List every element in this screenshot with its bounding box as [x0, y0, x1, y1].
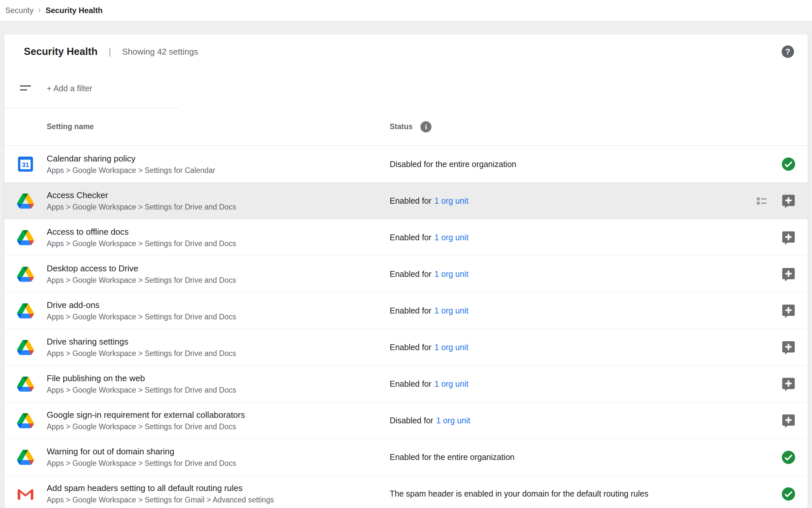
- setting-path: Apps > Google Workspace > Settings for D…: [47, 349, 390, 358]
- recommendation-badge-icon[interactable]: [781, 267, 796, 282]
- org-unit-link[interactable]: 1 org unit: [434, 306, 468, 315]
- status-text: Enabled for: [390, 233, 431, 242]
- setting-path: Apps > Google Workspace > Settings for D…: [47, 422, 390, 431]
- drive-icon: [17, 194, 34, 209]
- add-filter-button[interactable]: + Add a filter: [47, 84, 92, 93]
- setting-path: Apps > Google Workspace > Settings for D…: [47, 312, 390, 321]
- drive-icon: [17, 303, 34, 319]
- setting-name: Access to offline docs: [47, 227, 390, 237]
- breadcrumb: Security › Security Health: [5, 6, 103, 15]
- setting-path: Apps > Google Workspace > Settings for C…: [47, 166, 390, 175]
- recommendation-badge-icon[interactable]: [781, 230, 796, 245]
- setting-name: Google sign-in requirement for external …: [47, 410, 390, 420]
- svg-text:31: 31: [22, 161, 29, 168]
- status-text: Enabled for: [390, 269, 431, 279]
- table-row[interactable]: 31 Calendar sharing policy Apps > Google…: [4, 146, 808, 182]
- help-icon[interactable]: ?: [782, 45, 794, 58]
- setting-path: Apps > Google Workspace > Settings for D…: [47, 239, 390, 248]
- column-header-setting-name: Setting name: [47, 122, 390, 131]
- help-glyph: ?: [785, 47, 790, 56]
- filter-icon: [20, 84, 32, 92]
- status-text: The spam header is enabled in your domai…: [390, 489, 649, 499]
- setting-path: Apps > Google Workspace > Settings for D…: [47, 386, 390, 394]
- drive-icon: [17, 340, 34, 355]
- column-header-status: Status i: [390, 121, 808, 132]
- drive-icon: [17, 377, 34, 392]
- status-ok-icon: [781, 157, 796, 172]
- org-unit-link[interactable]: 1 org unit: [434, 379, 468, 389]
- settings-count: Showing 42 settings: [122, 47, 198, 57]
- setting-path: Apps > Google Workspace > Settings for G…: [47, 496, 390, 504]
- setting-path: Apps > Google Workspace > Settings for D…: [47, 203, 390, 212]
- table-row[interactable]: Drive sharing settings Apps > Google Wor…: [4, 329, 808, 366]
- table-row[interactable]: File publishing on the web Apps > Google…: [4, 366, 808, 402]
- setting-path: Apps > Google Workspace > Settings for D…: [47, 459, 390, 468]
- breadcrumb-security-link[interactable]: Security: [5, 6, 34, 15]
- view-details-icon[interactable]: [756, 197, 767, 205]
- table-row[interactable]: Drive add-ons Apps > Google Workspace > …: [4, 292, 808, 329]
- filter-bar: + Add a filter: [4, 69, 808, 108]
- setting-name: Calendar sharing policy: [47, 154, 390, 164]
- drive-icon: [17, 267, 34, 282]
- status-text: Enabled for: [390, 379, 431, 389]
- info-glyph: i: [425, 123, 427, 131]
- status-text: Disabled for: [390, 416, 433, 425]
- settings-table-body: 31 Calendar sharing policy Apps > Google…: [4, 146, 808, 508]
- info-icon[interactable]: i: [420, 121, 431, 132]
- org-unit-link[interactable]: 1 org unit: [434, 233, 468, 242]
- status-text: Enabled for: [390, 196, 431, 206]
- drive-icon: [17, 230, 34, 245]
- calendar-icon: 31: [17, 156, 34, 172]
- status-ok-icon: [781, 450, 796, 465]
- table-row[interactable]: Warning for out of domain sharing Apps >…: [4, 439, 808, 475]
- status-text: Disabled for the entire organization: [390, 160, 516, 169]
- status-column-label: Status: [390, 122, 413, 131]
- table-row[interactable]: Google sign-in requirement for external …: [4, 402, 808, 439]
- page-title: Security Health: [24, 46, 98, 57]
- setting-name: Drive sharing settings: [47, 337, 390, 347]
- table-header: Setting name Status i: [4, 108, 808, 146]
- title-separator: |: [109, 46, 111, 57]
- setting-name: File publishing on the web: [47, 373, 390, 383]
- recommendation-badge-icon[interactable]: [781, 303, 796, 319]
- recommendation-badge-icon[interactable]: [781, 194, 796, 209]
- org-unit-link[interactable]: 1 org unit: [436, 416, 470, 425]
- setting-name: Add spam headers setting to all default …: [47, 483, 390, 493]
- chevron-right-icon: ›: [38, 6, 41, 14]
- org-unit-link[interactable]: 1 org unit: [434, 196, 468, 206]
- recommendation-badge-icon[interactable]: [781, 340, 796, 355]
- setting-path: Apps > Google Workspace > Settings for D…: [47, 276, 390, 285]
- status-text: Enabled for: [390, 343, 431, 352]
- breadcrumb-bar: Security › Security Health: [0, 0, 812, 21]
- card-header: Security Health | Showing 42 settings ?: [4, 34, 808, 69]
- drive-icon: [17, 413, 34, 428]
- status-text: Enabled for: [390, 306, 431, 315]
- table-row[interactable]: Access to offline docs Apps > Google Wor…: [4, 219, 808, 256]
- setting-name: Desktop access to Drive: [47, 263, 390, 273]
- setting-name: Access Checker: [47, 190, 390, 200]
- security-health-card: Security Health | Showing 42 settings ? …: [4, 34, 808, 508]
- gmail-icon: [17, 488, 34, 501]
- table-row[interactable]: Desktop access to Drive Apps > Google Wo…: [4, 256, 808, 292]
- breadcrumb-current-page: Security Health: [45, 6, 103, 15]
- setting-name: Warning for out of domain sharing: [47, 447, 390, 457]
- table-row[interactable]: Access Checker Apps > Google Workspace >…: [4, 182, 808, 219]
- drive-icon: [17, 450, 34, 465]
- setting-name: Drive add-ons: [47, 300, 390, 310]
- status-ok-icon: [781, 486, 796, 502]
- page-body: Security Health | Showing 42 settings ? …: [0, 21, 812, 508]
- recommendation-badge-icon[interactable]: [781, 413, 796, 428]
- org-unit-link[interactable]: 1 org unit: [434, 269, 468, 279]
- status-text: Enabled for the entire organization: [390, 453, 515, 462]
- org-unit-link[interactable]: 1 org unit: [434, 343, 468, 352]
- recommendation-badge-icon[interactable]: [781, 377, 796, 392]
- table-row[interactable]: Add spam headers setting to all default …: [4, 475, 808, 508]
